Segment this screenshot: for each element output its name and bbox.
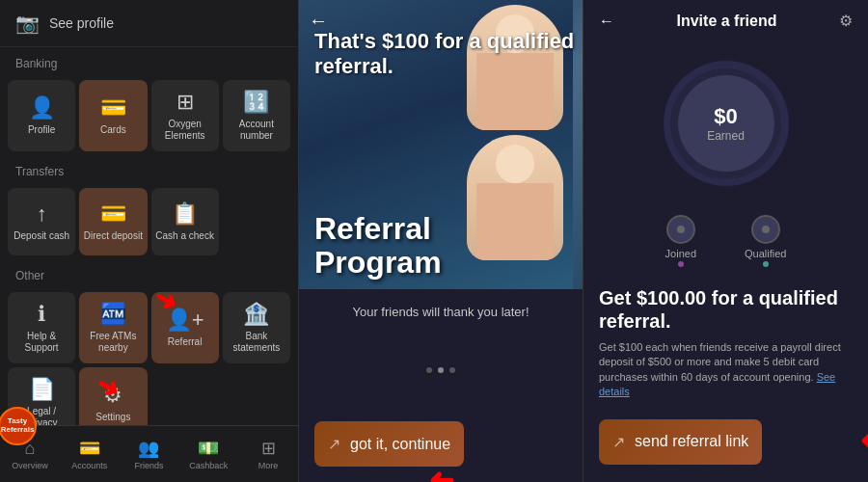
bank-icon: 🏦: [243, 302, 269, 327]
deposit-icon: ↑: [37, 201, 47, 227]
oxygen-icon: ⊞: [176, 90, 194, 115]
more-nav-item[interactable]: ⊞ More: [238, 434, 298, 474]
dot-3: [449, 367, 455, 373]
cashback-icon: 💵: [198, 438, 219, 459]
transfers-grid: ↑ Deposit cash 💳 Direct deposit 📋 Cash a…: [0, 184, 298, 259]
earned-amount: $0: [714, 104, 737, 129]
invite-title: Invite a friend: [676, 13, 776, 30]
oxygen-menu-item[interactable]: ⊞ Oxygen Elements: [151, 80, 219, 151]
continue-label: got it, continue: [350, 436, 450, 453]
friends-icon: 👥: [138, 438, 159, 459]
friends-label: Friends: [134, 461, 163, 470]
send-referral-button[interactable]: ↗ send referral link: [599, 419, 762, 465]
invite-back-button[interactable]: ←: [599, 13, 614, 30]
invite-panel: ← Invite a friend ⚙ $0 Earned Joined: [583, 0, 868, 482]
joined-indicator: [678, 261, 684, 267]
bank-statements-item[interactable]: 🏦 Bank statements: [223, 292, 290, 363]
account-number-menu-item[interactable]: 🔢 Account number: [223, 80, 290, 151]
referral-overlay-text: That's $100 for a qualified referral.: [314, 29, 583, 80]
referral-program-title: ReferralProgram: [314, 212, 442, 280]
friends-nav-item[interactable]: 👥 Friends: [120, 434, 179, 474]
atm-label: Free ATMs nearby: [83, 331, 143, 354]
overview-label: Overview: [12, 461, 48, 470]
banking-grid: 👤 Profile 💳 Cards ⊞ Oxygen Elements 🔢 Ac…: [0, 76, 298, 155]
see-profile-text[interactable]: See profile: [49, 15, 114, 31]
referral-image-area: That's $100 for a qualified referral. Re…: [299, 0, 583, 289]
accounts-label: Accounts: [71, 461, 107, 470]
qualified-dot: [762, 226, 770, 233]
stats-row: Joined Qualified: [583, 205, 868, 277]
send-btn-wrapper: ↗ send referral link ➜: [583, 410, 868, 474]
continue-button[interactable]: ↗ got it, continue: [314, 421, 464, 467]
referral-program-panel: ← That's $100 for a qualified referral. …: [299, 0, 583, 482]
settings-label: Settings: [95, 412, 130, 423]
cash-check-icon: 📋: [172, 201, 198, 227]
accounts-nav-item[interactable]: 💳 Accounts: [60, 434, 120, 474]
free-atm-item[interactable]: 🏧 Free ATMs nearby: [79, 292, 147, 363]
cash-check-item[interactable]: 📋 Cash a check: [151, 188, 219, 255]
skip-icon: ↗: [328, 435, 340, 453]
other-label: Other: [0, 259, 298, 288]
invite-header: ← Invite a friend ⚙: [583, 0, 868, 41]
continue-arrow: ➜: [428, 464, 454, 482]
profile-icon: 👤: [29, 95, 55, 120]
person-body-2: [476, 183, 554, 260]
cashback-nav-item[interactable]: 💵 Cashback: [178, 434, 238, 474]
help-label: Help & Support: [12, 331, 71, 354]
banking-label: Banking: [0, 47, 298, 76]
qualified-stat: Qualified: [745, 215, 786, 267]
referral-info-section: Get $100.00 for a qualified referral. Ge…: [583, 277, 868, 410]
cards-icon: 💳: [100, 95, 126, 120]
legal-icon: 📄: [29, 377, 55, 402]
cards-label: Cards: [100, 124, 126, 136]
cash-check-label: Cash a check: [155, 230, 214, 242]
menu-header: 📷 See profile: [0, 0, 298, 47]
outer-circle: $0 Earned: [664, 61, 789, 186]
joined-dot: [677, 226, 685, 233]
bottom-navigation: TastyReferrals ⌂ Overview 💳 Accounts 👥 F…: [0, 425, 298, 482]
invite-settings-icon[interactable]: ⚙: [839, 12, 853, 30]
inner-circle: $0 Earned: [678, 75, 774, 172]
help-support-item[interactable]: ℹ Help & Support: [8, 292, 75, 363]
referral-headline: That's $100 for a qualified referral.: [314, 29, 583, 80]
more-label: More: [258, 461, 279, 470]
deposit-cash-item[interactable]: ↑ Deposit cash: [8, 188, 75, 255]
account-icon: 🔢: [243, 90, 269, 115]
dot-2: [438, 367, 444, 373]
referral-bottom-section: Your friends will thank you later! ↗ got…: [299, 289, 583, 482]
bank-label: Bank statements: [227, 331, 286, 354]
qualified-indicator: [763, 261, 769, 267]
profile-menu-item[interactable]: 👤 Profile: [8, 80, 75, 151]
earned-circle-area: $0 Earned: [583, 41, 868, 205]
account-label: Account number: [227, 119, 286, 142]
referral-label: Referral: [168, 336, 203, 348]
person-bottom: [467, 135, 563, 260]
qualified-circle: [751, 215, 780, 244]
referral-back-button[interactable]: ←: [309, 10, 328, 32]
referral-info-title: Get $100.00 for a qualified referral.: [599, 286, 853, 333]
more-icon: ⊞: [261, 438, 276, 459]
other-grid: ℹ Help & Support 🏧 Free ATMs nearby 👤+ R…: [0, 288, 298, 442]
middle-circle: $0 Earned: [670, 68, 781, 179]
earned-label: Earned: [707, 129, 745, 143]
dot-1: [426, 367, 432, 373]
direct-deposit-item[interactable]: 💳 Direct deposit: [79, 188, 147, 255]
referral-info-desc: Get $100 each when friends receive a pay…: [599, 340, 853, 400]
send-referral-label: send referral link: [635, 433, 748, 450]
cards-menu-item[interactable]: 💳 Cards: [79, 80, 147, 151]
friends-thank-text: Your friends will thank you later!: [314, 305, 567, 319]
atm-icon: 🏧: [100, 302, 126, 327]
transfers-label: Transfers: [0, 155, 298, 184]
person-head-2: [496, 145, 534, 183]
profile-label: Profile: [28, 124, 55, 136]
cashback-label: Cashback: [189, 461, 228, 470]
oxygen-label: Oxygen Elements: [155, 119, 215, 142]
send-skip-icon: ↗: [612, 433, 625, 451]
send-arrow: ➜: [860, 426, 868, 458]
joined-circle: [666, 215, 695, 244]
deposit-label: Deposit cash: [14, 230, 69, 242]
accounts-icon: 💳: [79, 438, 100, 459]
joined-label: Joined: [665, 248, 696, 259]
joined-stat: Joined: [665, 215, 696, 267]
dot-indicators: [314, 367, 567, 373]
